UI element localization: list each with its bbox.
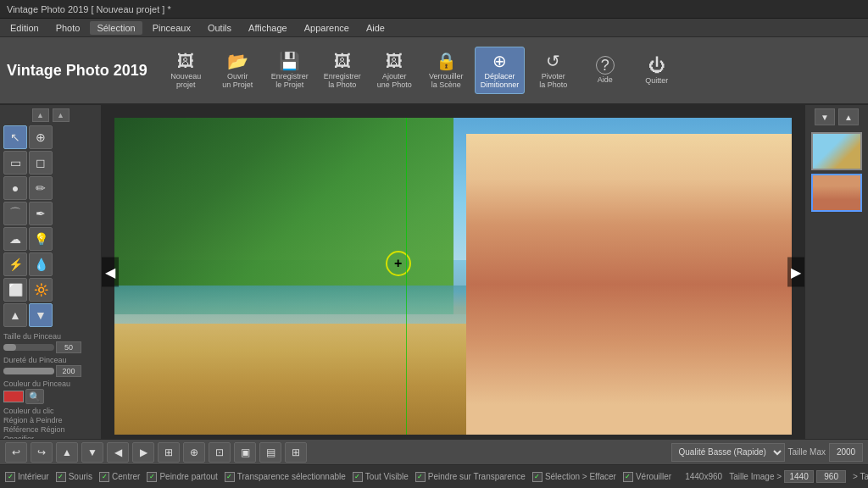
menu-aide[interactable]: Aide xyxy=(359,21,392,35)
souris-checkbox[interactable]: ✓ xyxy=(56,472,66,482)
pen-tool-btn[interactable]: ✒ xyxy=(29,202,53,225)
left-tool-buttons: ↖ ⊕ ▭ ◻ ● ✏ ⌒ ✒ ☁ 💡 ⚡ 💧 xyxy=(3,125,97,327)
panel-down-btn[interactable]: ▲ xyxy=(53,108,70,122)
square-tool-btn[interactable]: ⬜ xyxy=(3,278,27,302)
app-title: Vintage Photo 2019 xyxy=(7,62,147,80)
redo-btn[interactable]: ↪ xyxy=(31,442,53,463)
menu-edition[interactable]: Edition xyxy=(3,21,46,35)
thumb-person-image xyxy=(813,175,860,210)
tool-row-6: ⚡ 💧 xyxy=(3,252,97,276)
triangle-tool-btn[interactable]: ▲ xyxy=(3,303,27,327)
down-btn[interactable]: ▼ xyxy=(81,442,103,463)
brush-tool-btn[interactable]: ✏ xyxy=(29,176,53,200)
grid-btn[interactable]: ⊞ xyxy=(285,442,307,463)
crop-btn[interactable]: ⊡ xyxy=(209,442,231,463)
toolbar-title-section: Vintage Photo 2019 xyxy=(7,62,156,80)
pivoter-btn[interactable]: ↺ Pivoterla Photo xyxy=(530,47,576,93)
couleur-pinceau-swatch[interactable] xyxy=(3,391,24,402)
right-nav-down-btn[interactable]: ▼ xyxy=(815,108,835,125)
verouiller-checkbox[interactable]: ✓ xyxy=(623,472,633,482)
canvas-nav-left[interactable]: ◀ xyxy=(102,258,119,287)
menu-affichage[interactable]: Affichage xyxy=(242,21,294,35)
interieur-checkbox[interactable]: ✓ xyxy=(5,472,15,482)
deplacer-btn[interactable]: ⊕ DéplacerDimitionner xyxy=(475,47,526,94)
tout-visible-checkbox[interactable]: ✓ xyxy=(353,472,363,482)
couleur-pinceau-label: Couleur du Pinceau xyxy=(3,380,97,388)
right-nav-up-btn[interactable]: ▲ xyxy=(838,108,859,125)
deplacer-label: DéplacerDimitionner xyxy=(481,73,520,90)
trans-selectionnable-checkbox[interactable]: ✓ xyxy=(225,472,235,482)
up-btn[interactable]: ▲ xyxy=(56,442,78,463)
canvas-nav-right[interactable]: ▶ xyxy=(787,258,804,287)
bulb-tool-btn[interactable]: 💡 xyxy=(29,227,53,251)
rect-tool-btn[interactable]: ▭ xyxy=(3,151,27,175)
interieur-item: ✓ Intérieur xyxy=(5,472,49,482)
canvas-image[interactable]: + xyxy=(114,118,792,435)
canvas-area[interactable]: + ◀ ▶ xyxy=(102,105,804,439)
triangle-down-tool-btn[interactable]: ▼ xyxy=(29,303,53,327)
peindre-partout-label: Peindre partout xyxy=(159,472,217,481)
center-btn[interactable]: ⊞ xyxy=(158,442,180,463)
taille-largeur-input[interactable] xyxy=(784,470,814,483)
menu-apparence[interactable]: Apparence xyxy=(298,21,356,35)
taille-pinceau-slider[interactable] xyxy=(3,344,54,351)
thumbnail-beach[interactable] xyxy=(811,132,862,170)
vertical-guide xyxy=(406,118,407,435)
right-btn[interactable]: ▶ xyxy=(132,442,154,463)
menu-outils[interactable]: Outils xyxy=(201,21,238,35)
bulb2-tool-btn[interactable]: 🔆 xyxy=(29,278,53,302)
couleur-clic-label: Couleur du clic xyxy=(3,407,97,415)
select-tool-btn[interactable]: ↖ xyxy=(3,125,27,149)
quitter-btn[interactable]: ⏻ Quitter xyxy=(633,53,680,89)
lasso-tool-btn[interactable]: ⌒ xyxy=(3,202,27,225)
centrer-checkbox[interactable]: ✓ xyxy=(99,472,109,482)
aide-btn[interactable]: ? Aide xyxy=(581,53,628,88)
thumb-beach-image xyxy=(813,134,860,169)
eyedropper-btn[interactable]: 🔍 xyxy=(25,389,44,404)
durete-pinceau-row xyxy=(3,365,97,377)
taille-pinceau-input[interactable] xyxy=(56,341,81,353)
aide-label: Aide xyxy=(598,76,613,85)
export-btn[interactable]: ▤ xyxy=(259,442,281,463)
menu-pinceaux[interactable]: Pinceaux xyxy=(146,21,198,35)
fit-btn[interactable]: ⊕ xyxy=(183,442,205,463)
right-panel: ▼ ▲ xyxy=(804,105,868,439)
peindre-trans-checkbox[interactable]: ✓ xyxy=(415,472,426,482)
taille-max-input[interactable] xyxy=(829,443,863,462)
qualite-dropdown[interactable]: Qualité Basse (Rapide) xyxy=(671,443,785,462)
durete-pinceau-input[interactable] xyxy=(56,365,81,377)
crosshair: + xyxy=(386,251,411,276)
panel-up-btn[interactable]: ▲ xyxy=(32,108,49,122)
taille-image-label: Taille Image > xyxy=(729,472,782,481)
magic-tool-btn[interactable]: ⚡ xyxy=(3,252,27,276)
thumbnail-person[interactable] xyxy=(811,174,862,212)
frame-btn[interactable]: ▣ xyxy=(234,442,256,463)
ouvrir-btn[interactable]: 📂 Ouvrirun Projet xyxy=(214,47,261,93)
nouveau-btn[interactable]: 🖼 Nouveauprojet xyxy=(163,48,209,93)
menu-photo[interactable]: Photo xyxy=(49,21,87,35)
verrouiller-btn[interactable]: 🔒 Verrouillerla Scène xyxy=(423,47,470,93)
quitter-label: Quitter xyxy=(645,77,668,86)
verouiller-item: ✓ Vérouiller xyxy=(623,472,671,482)
undo-btn[interactable]: ↩ xyxy=(5,442,27,463)
enregistrer-photo-btn[interactable]: 🖼 Enregistrerla Photo xyxy=(319,48,366,93)
ajouter-photo-btn[interactable]: 🖼 Ajouterune Photo xyxy=(371,48,418,93)
centrer-label: Centrer xyxy=(112,472,140,481)
deplacer-icon: ⊕ xyxy=(492,51,507,71)
durete-pinceau-slider[interactable] xyxy=(3,368,54,374)
verouiller-label: Vérouiller xyxy=(636,472,671,481)
enregistrer-projet-label: Enregistrerle Projet xyxy=(271,73,309,90)
menu-selection[interactable]: Sélection xyxy=(90,21,142,35)
taille-hauteur-input[interactable] xyxy=(816,470,846,483)
circle-tool-btn[interactable]: ● xyxy=(3,176,27,200)
drop-tool-btn[interactable]: 💧 xyxy=(29,252,53,276)
enregistrer-projet-btn[interactable]: 💾 Enregistrerle Projet xyxy=(266,47,314,93)
selection-effacer-checkbox[interactable]: ✓ xyxy=(532,472,542,482)
cloud-tool-btn[interactable]: ☁ xyxy=(3,227,27,251)
peindre-partout-checkbox[interactable]: ✓ xyxy=(147,472,157,482)
move-tool-btn[interactable]: ⊕ xyxy=(29,125,53,149)
eraser-tool-btn[interactable]: ◻ xyxy=(29,151,53,175)
left-btn[interactable]: ◀ xyxy=(107,442,129,463)
tool-row-1: ↖ ⊕ xyxy=(3,125,97,149)
taille-scene-item: > Taille Scène xyxy=(853,472,868,481)
